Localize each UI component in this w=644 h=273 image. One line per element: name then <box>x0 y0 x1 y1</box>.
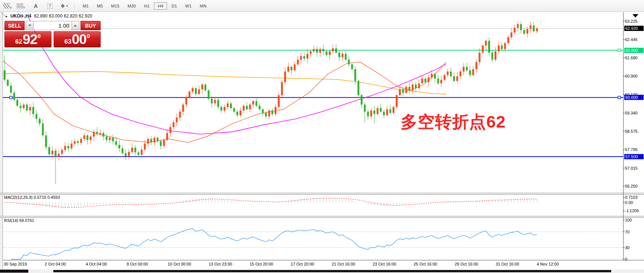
price-label-59.340: 59.340 <box>625 110 644 116</box>
price-label-62.920: 62.920 <box>624 26 644 31</box>
buy-price-big: 00 <box>72 32 86 47</box>
time-label-5: 13 Oct 23:00 <box>209 261 232 267</box>
trade-prices-row: 62 92 0 63 00 0 <box>4 31 101 47</box>
symbol-timeframe: UKOil-,H4 <box>10 13 31 19</box>
chart-marker-icon: ▲ <box>5 15 8 18</box>
time-axis-border <box>3 260 644 260</box>
timeframe-button-w1[interactable]: W1 <box>181 2 195 10</box>
rsi-label: RSI(14) 69.0761 <box>4 218 34 223</box>
timeframe-button-d1[interactable]: D1 <box>168 2 181 10</box>
price-label-62.445: 62.445 <box>625 37 644 42</box>
price-label-60.000: 60.000 <box>624 95 644 100</box>
macd-scale-0.7103: 0.7103 <box>625 195 638 200</box>
dropdown-caret-icon[interactable]: ▾ <box>66 4 68 8</box>
hatch-e-sub: E <box>10 6 12 9</box>
price-label-62.000: 62.000 <box>624 48 644 53</box>
chart-title: ▲ UKOil-,H4 62.890 63.000 62.820 62.920 <box>5 13 92 19</box>
grid-f-sub: F <box>23 6 25 9</box>
buy-price-handle: 63 <box>64 38 72 46</box>
buy-price-pip: 0 <box>87 33 90 39</box>
rsi-splitter[interactable] <box>0 216 644 218</box>
time-label-4: 10 Oct 00:00 <box>168 261 191 267</box>
window-left-border <box>0 12 3 269</box>
volume-increase-button[interactable] <box>72 21 79 30</box>
time-label-2: 4 Oct 04:00 <box>86 261 107 267</box>
volume-decrease-button[interactable] <box>26 21 34 30</box>
price-label-58.575: 58.575 <box>625 129 644 134</box>
trade-controls-row: SELL BUY <box>4 21 101 30</box>
hatch-e-icon[interactable]: E <box>3 1 12 10</box>
top-toolbar: E F A T ❖ ▾ M1M5M15M30H1H4D1W1MN <box>0 0 644 12</box>
time-label-10: 25 Oct 16:00 <box>414 261 437 267</box>
buy-button[interactable]: BUY <box>80 21 101 30</box>
rsi-scale-70: 70 <box>625 230 629 235</box>
rsi-line <box>11 229 537 259</box>
grid-f-icon[interactable]: F <box>16 1 25 10</box>
time-label-3: 8 Oct 00:00 <box>127 261 148 267</box>
cursor-glyph: ❖ <box>60 3 65 9</box>
chart-annotation-text[interactable]: 多空转折点62 <box>401 111 506 133</box>
price-label-60.900: 60.900 <box>625 73 644 79</box>
time-label-13: 4 Nov 12:00 <box>537 261 559 267</box>
timeframe-button-m5[interactable]: M5 <box>93 2 107 10</box>
toolbar-separator <box>75 2 76 10</box>
time-label-12: 31 Oct 16:00 <box>496 261 519 267</box>
price-label-57.795: 57.795 <box>625 147 644 152</box>
sell-button[interactable]: SELL <box>4 21 25 30</box>
chart-shift-triangle-icon[interactable] <box>632 14 638 18</box>
ma-slow-orange <box>3 72 446 94</box>
volume-input[interactable] <box>34 21 72 30</box>
price-label-57.015: 57.015 <box>625 166 644 171</box>
price-label-56.250: 56.250 <box>625 183 644 189</box>
text-box-icon[interactable]: T <box>45 1 54 10</box>
timeframe-button-m15[interactable]: M15 <box>107 2 123 10</box>
timeframe-button-h1[interactable]: H1 <box>141 2 154 10</box>
time-label-9: 23 Oct 16:00 <box>373 261 396 267</box>
timeframe-button-m1[interactable]: M1 <box>79 2 92 10</box>
bottom-bar-segment <box>0 270 28 273</box>
sell-price-pip: 0 <box>38 33 41 39</box>
price-axis-border <box>623 12 624 260</box>
grid-glyph <box>17 3 23 8</box>
sell-price-tile[interactable]: 62 92 0 <box>4 31 51 47</box>
triangle-up-icon <box>74 25 77 26</box>
cursor-mode-icon[interactable]: ❖ ▾ <box>60 1 69 10</box>
rsi-scale-100: 100 <box>625 218 632 223</box>
time-label-11: 29 Oct 16:00 <box>455 261 478 267</box>
one-click-trading-panel: SELL BUY 62 92 0 63 00 0 <box>4 21 101 47</box>
triangle-down-icon <box>28 25 31 26</box>
ohlc-values: 62.890 63.000 62.820 62.920 <box>34 13 92 19</box>
timeframe-button-mn[interactable]: MN <box>196 2 210 10</box>
time-label-8: 21 Oct 16:00 <box>332 261 355 267</box>
macd-splitter[interactable] <box>0 193 644 195</box>
ma-fast-red <box>3 61 446 142</box>
rsi-scale-30: 30 <box>625 245 629 250</box>
macd-scale-0.00: 0.00 <box>625 200 633 205</box>
time-label-1: 2 Oct 04:00 <box>45 261 66 267</box>
price-label-63.225: 63.225 <box>625 19 644 24</box>
price-label-57.500: 57.500 <box>624 154 644 159</box>
timeframe-button-h4[interactable]: H4 <box>154 2 167 10</box>
buy-price-tile[interactable]: 63 00 0 <box>54 31 101 47</box>
timeframe-button-m30[interactable]: M30 <box>124 2 139 10</box>
time-label-7: 17 Oct 20:00 <box>291 261 314 267</box>
text-label-icon[interactable]: A <box>31 1 40 10</box>
sell-price-big: 92 <box>23 32 37 47</box>
rsi-scale-0: 0 <box>625 257 627 262</box>
sell-price-handle: 62 <box>15 38 22 46</box>
timeframe-bar: M1M5M15M30H1H4D1W1MN <box>79 2 211 10</box>
time-label-0: 30 Sep 2019 <box>4 261 27 267</box>
macd-label: MACD(12,26,9) 0.5715 0.4593 <box>4 195 60 200</box>
h-scrollbar-thumb[interactable] <box>53 270 611 272</box>
text-box-glyph: T <box>47 3 53 9</box>
hatch-glyph <box>3 3 10 9</box>
price-label-61.680: 61.680 <box>625 55 644 60</box>
macd-scale--1.1205: -1.1205 <box>625 208 639 213</box>
time-label-6: 15 Oct 20:00 <box>250 261 273 267</box>
